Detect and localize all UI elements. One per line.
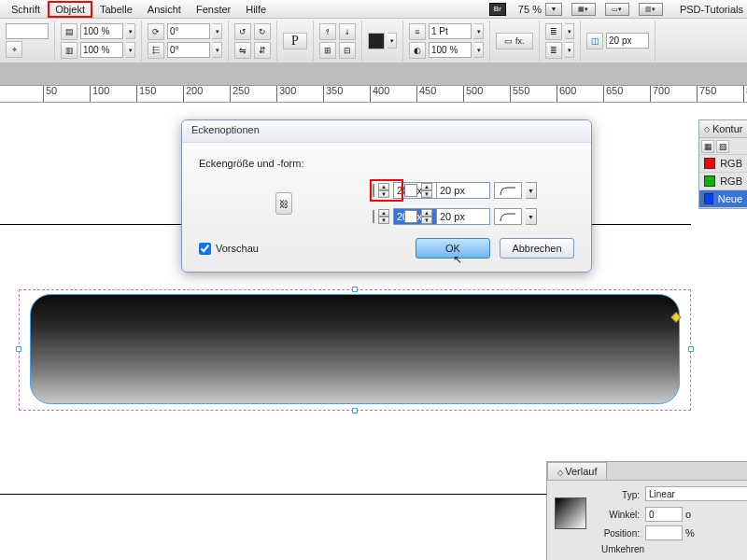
drop-icon[interactable]: ▾ (126, 42, 135, 58)
wrap2-icon[interactable]: ≣ (545, 42, 562, 59)
stroke-weight[interactable] (429, 23, 472, 39)
menu-schrift[interactable]: Schrift (4, 1, 48, 18)
ruler-tick: 700 (650, 86, 669, 103)
corner-size[interactable] (606, 33, 649, 49)
corner-br-input[interactable] (436, 208, 490, 225)
angle-1[interactable] (167, 23, 210, 39)
spin-down-icon[interactable]: ▼ (421, 217, 432, 224)
spin-up-icon[interactable]: ▲ (378, 209, 389, 217)
swatch-green (704, 175, 715, 187)
link-corners-icon[interactable]: ⛓ (275, 192, 292, 215)
position-input[interactable] (645, 525, 683, 540)
opacity-2[interactable] (80, 42, 123, 58)
cancel-button[interactable]: Abbrechen (500, 238, 574, 259)
rotate-cw-icon[interactable]: ↻ (254, 23, 271, 40)
flip-v-icon[interactable]: ⇵ (254, 42, 271, 59)
drop-icon[interactable]: ▾ (126, 23, 135, 39)
preview-checkbox[interactable]: Vorschau (199, 243, 259, 255)
dialog-title[interactable]: Eckenoptionen (182, 120, 591, 143)
drop-icon[interactable]: ▾ (474, 23, 484, 39)
drop-icon[interactable]: ▾ (565, 23, 574, 39)
corner-tr-input[interactable] (436, 182, 490, 199)
align2-icon[interactable]: ⊞ (319, 42, 336, 59)
spin-up-icon[interactable]: ▲ (378, 183, 389, 190)
corner-tr-shape[interactable] (494, 182, 522, 199)
selection-handle[interactable] (352, 287, 358, 292)
ref-x[interactable] (6, 23, 49, 39)
control-toolbar: ⌖ ▤▾▥▾ ⟳▾⬱▾ ↺↻⇋⇵ P ⫯⫰⊞⊟ ▾ ≡▾◐▾ ▭ fx. ≣▾≣… (0, 19, 747, 63)
corner-options-dialog: Eckenoptionen Eckengröße und -form: ▲▼ ▼… (181, 119, 592, 273)
spin-down-icon[interactable]: ▼ (378, 190, 389, 198)
swatch-row[interactable]: RGB (699, 173, 747, 190)
zoom-control[interactable]: 75 % ▼ (518, 3, 562, 16)
preview-check-input[interactable] (199, 243, 211, 255)
panel-icon[interactable]: ▧ (716, 140, 729, 153)
selection-handle[interactable] (352, 408, 358, 413)
drop-icon[interactable]: ▾ (213, 23, 222, 39)
menu-objekt[interactable]: Objekt (48, 1, 92, 18)
view-mode-2[interactable]: ▭▾ (605, 3, 629, 16)
menu-ansicht[interactable]: Ansicht (140, 1, 189, 18)
spin-down-icon[interactable]: ▼ (378, 217, 389, 224)
menu-hilfe[interactable]: Hilfe (238, 1, 274, 18)
tint-pct[interactable] (429, 42, 472, 58)
corner-icon[interactable]: ◫ (586, 33, 603, 49)
fill-swatch[interactable] (368, 33, 385, 49)
winkel-input[interactable] (645, 507, 683, 522)
ruler-tick: 150 (136, 86, 156, 103)
shear-icon: ⬱ (148, 42, 164, 59)
view-mode-3[interactable]: ▥▾ (639, 3, 663, 16)
position-label: Position: (598, 528, 640, 539)
corner-bl-icon (373, 210, 374, 223)
menu-tabelle[interactable]: Tabelle (92, 1, 140, 18)
corner-bottom-right: ▲▼ ▼ (404, 208, 574, 225)
ruler-tick: 800 (743, 86, 747, 103)
align3-icon[interactable]: ⊟ (339, 42, 356, 59)
chevron-down-icon[interactable]: ▼ (526, 208, 537, 225)
fx-icon[interactable]: ▭ fx. (496, 33, 533, 49)
zoom-dropdown-icon[interactable]: ▼ (545, 3, 562, 16)
ref-icon[interactable]: ⌖ (6, 41, 22, 58)
corner-br-shape[interactable] (494, 208, 522, 225)
verlauf-tab[interactable]: ◇ Verlauf (547, 462, 607, 480)
wrap-icon[interactable]: ≣ (545, 23, 562, 40)
drop-icon[interactable]: ▾ (565, 42, 574, 58)
view-mode-1[interactable]: ▦▾ (571, 3, 596, 16)
menu-fenster[interactable]: Fenster (189, 1, 238, 18)
swatch-row[interactable]: Neue (699, 190, 747, 208)
corner-bottom-left: ▲▼ ▼ (373, 208, 401, 225)
spin-up-icon[interactable]: ▲ (421, 209, 432, 217)
verlauf-panel: ◇ Verlauf Typ: ▼ Winkel: o Position: % U… (546, 461, 747, 560)
ok-button[interactable]: OK↖ (416, 238, 490, 259)
spin-down-icon[interactable]: ▼ (421, 190, 432, 198)
drop-icon[interactable]: ▾ (213, 42, 222, 58)
selection-handle[interactable] (688, 346, 694, 352)
ruler-tick: 300 (276, 86, 296, 103)
align-icon[interactable]: ⫯ (319, 23, 336, 40)
rounded-rectangle-object[interactable] (30, 294, 680, 404)
drop-icon[interactable]: ▾ (388, 33, 397, 49)
drop-icon[interactable]: ▾ (474, 42, 484, 58)
angle-2[interactable] (167, 42, 210, 58)
kontur-header[interactable]: ◇Kontur (699, 120, 747, 138)
swatch-row[interactable]: RGB (699, 155, 747, 173)
paragraph-icon[interactable]: P (283, 33, 307, 49)
opacity-1[interactable] (80, 23, 123, 39)
rotate-ccw-icon[interactable]: ↺ (234, 23, 251, 40)
flip-h-icon[interactable]: ⇋ (234, 42, 251, 59)
gradient-preview[interactable] (555, 497, 586, 529)
chevron-down-icon[interactable]: ▼ (526, 182, 537, 199)
winkel-label: Winkel: (598, 510, 640, 520)
winkel-unit: o (685, 509, 691, 520)
corner-top-left: ▲▼ ▼ (373, 182, 401, 199)
typ-label: Typ: (598, 490, 640, 500)
typ-select[interactable] (645, 486, 747, 501)
panel-icon[interactable]: ▦ (701, 140, 714, 153)
selection-handle[interactable] (16, 346, 21, 352)
opacity-icon: ▤ (61, 23, 78, 40)
corner-tr-icon (404, 184, 417, 197)
spin-up-icon[interactable]: ▲ (421, 183, 432, 190)
distribute-icon[interactable]: ⫰ (339, 23, 356, 40)
bridge-icon[interactable]: Br (489, 3, 506, 16)
stroke-weight-icon: ≡ (409, 23, 426, 40)
